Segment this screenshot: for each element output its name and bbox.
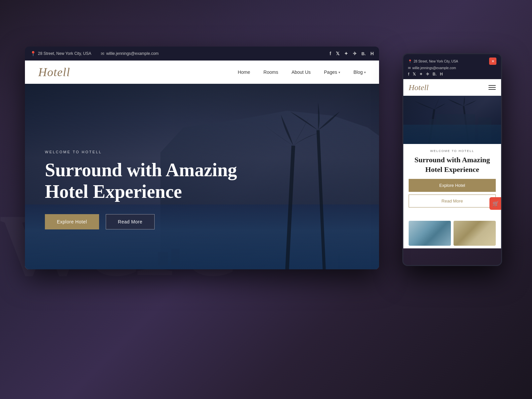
read-more-button[interactable]: Read More — [106, 214, 155, 229]
website-content: Hotell Home Rooms About Us Pages ▾ Blog … — [25, 61, 379, 269]
nav-about[interactable]: About Us — [292, 69, 311, 75]
mobile-readmore-button[interactable]: Read More — [409, 195, 496, 207]
browser-top-bar: 📍 28 Street, New York City, USA ✉ willie… — [25, 47, 379, 61]
nav-home[interactable]: Home — [238, 69, 250, 75]
mobile-hero-title: Surround with Amazing Hotel Experience — [409, 155, 496, 174]
site-navigation: Hotell Home Rooms About Us Pages ▾ Blog … — [25, 61, 379, 84]
mobile-social-row: f 𝕏 ✦ ✈ B. H — [408, 72, 496, 76]
instagram-icon[interactable]: ✦ — [344, 51, 348, 56]
mobile-hero-image — [403, 96, 501, 144]
mobile-pool-reflection — [403, 125, 501, 144]
mobile-logo: Hotell — [409, 83, 429, 92]
hero-content: WELCOME TO HOTELL Surround with Amazing … — [45, 150, 237, 229]
tripadvisor-icon[interactable]: ✈ — [353, 51, 357, 56]
mobile-main-content: WELCOME TO HOTELL Surround with Amazing … — [403, 144, 501, 218]
hero-section: WELCOME TO HOTELL Surround with Amazing … — [25, 84, 379, 269]
pages-arrow: ▾ — [338, 70, 340, 74]
mobile-navbar: Hotell — [403, 79, 501, 96]
browser-social-icons: f 𝕏 ✦ ✈ B. H — [330, 51, 374, 56]
browser-bar-left: 📍 28 Street, New York City, USA ✉ willie… — [30, 51, 322, 56]
mobile-cart-button[interactable]: 🛒 — [489, 197, 502, 210]
site-logo: Hotell — [38, 65, 70, 79]
email-info: ✉ willie.jennings@example.com — [101, 51, 159, 56]
nav-blog[interactable]: Blog ▾ — [353, 69, 366, 75]
browser-email: willie.jennings@example.com — [106, 51, 159, 56]
blog-arrow: ▾ — [364, 70, 366, 74]
hero-title: Surround with Amazing Hotel Experience — [45, 159, 237, 202]
mobile-address: 📍 28 Street, New York City, USA — [408, 60, 458, 63]
hotels-icon[interactable]: H — [370, 51, 374, 56]
hero-subtitle: WELCOME TO HOTELL — [45, 150, 237, 154]
mobile-instagram-icon[interactable]: ✦ — [419, 72, 423, 76]
mobile-close-button[interactable]: ✕ — [489, 58, 496, 65]
desktop-browser: 📍 28 Street, New York City, USA ✉ willie… — [25, 47, 379, 269]
mobile-email-row: ✉ willie.jennings@example.com — [408, 66, 496, 70]
mobile-room-thumb-1[interactable] — [409, 221, 451, 246]
email-icon: ✉ — [101, 51, 104, 56]
mobile-hotels-icon[interactable]: H — [440, 72, 443, 76]
mobile-address-row: 📍 28 Street, New York City, USA ✕ — [408, 58, 496, 65]
mobile-booking-icon[interactable]: B. — [433, 72, 437, 76]
hero-buttons: Explore Hotel Read More — [45, 214, 237, 229]
facebook-icon[interactable]: f — [330, 51, 331, 56]
explore-hotel-button[interactable]: Explore Hotel — [45, 214, 99, 229]
mobile-tripadvisor-icon[interactable]: ✈ — [426, 72, 429, 76]
location-info: 📍 28 Street, New York City, USA — [30, 51, 91, 56]
mobile-room-thumb-2[interactable] — [454, 221, 496, 246]
site-menu: Home Rooms About Us Pages ▾ Blog ▾ — [238, 69, 366, 75]
nav-pages[interactable]: Pages ▾ — [324, 69, 340, 75]
mobile-hamburger-button[interactable] — [488, 85, 496, 90]
mobile-facebook-icon[interactable]: f — [408, 72, 409, 76]
mobile-email-icon: ✉ — [408, 66, 411, 70]
booking-icon[interactable]: B. — [361, 51, 366, 56]
mobile-top-bar: 📍 28 Street, New York City, USA ✕ ✉ will… — [403, 54, 501, 79]
mobile-browser: 📍 28 Street, New York City, USA ✕ ✉ will… — [402, 53, 502, 266]
location-icon: 📍 — [30, 51, 36, 56]
mobile-welcome-subtitle: WELCOME TO HOTELL — [409, 149, 496, 153]
mobile-explore-button[interactable]: Explore Hotel — [409, 179, 496, 192]
twitter-icon[interactable]: 𝕏 — [336, 51, 339, 56]
mobile-twitter-icon[interactable]: 𝕏 — [413, 72, 416, 76]
nav-rooms[interactable]: Rooms — [263, 69, 278, 75]
mobile-location-icon: 📍 — [408, 60, 412, 63]
browser-address: 28 Street, New York City, USA — [38, 51, 91, 56]
mobile-thumbnails — [403, 218, 501, 248]
